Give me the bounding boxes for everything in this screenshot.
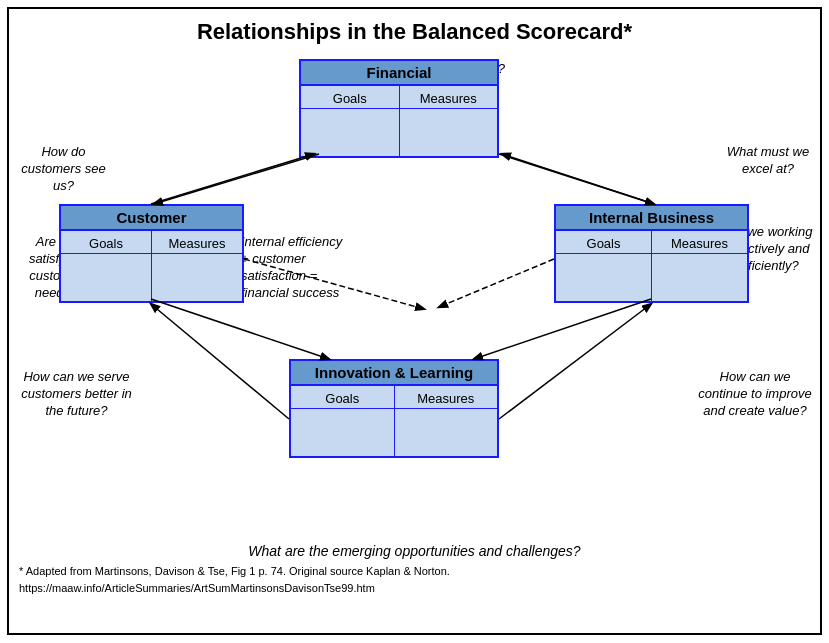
customer-measures-col: Measures <box>152 231 242 301</box>
label-customers-see: How do customers see us? <box>11 144 116 195</box>
main-container: Relationships in the Balanced Scorecard*… <box>7 7 822 635</box>
innovation-goals-col: Goals <box>291 386 395 456</box>
footnote-line1: * Adapted from Martinsons, Davison & Tse… <box>19 563 810 580</box>
svg-line-3 <box>474 299 651 359</box>
customer-goals-col: Goals <box>61 231 152 301</box>
svg-line-2 <box>151 299 329 359</box>
internal-goals-col: Goals <box>556 231 652 301</box>
svg-line-6 <box>151 154 314 204</box>
svg-line-5 <box>499 304 651 419</box>
customer-goals-header: Goals <box>61 234 151 254</box>
label-bottom: What are the emerging opportunities and … <box>9 543 820 559</box>
customer-title: Customer <box>61 206 242 231</box>
innovation-box: Innovation & Learning Goals Measures <box>289 359 499 458</box>
diagram-area: How do we look to shareholders? How do c… <box>9 49 820 539</box>
label-serve: How can we serve customers better in the… <box>14 369 139 420</box>
financial-box: Financial Goals Measures <box>299 59 499 158</box>
internal-title: Internal Business <box>556 206 747 231</box>
svg-line-4 <box>151 304 289 419</box>
label-excel: What must we excel at? <box>718 144 818 178</box>
internal-goals-header: Goals <box>556 234 651 254</box>
internal-measures-header: Measures <box>652 234 747 254</box>
svg-line-1 <box>499 154 654 204</box>
footnote: * Adapted from Martinsons, Davison & Tse… <box>9 559 820 600</box>
footnote-line2: https://maaw.info/ArticleSummaries/ArtSu… <box>19 580 810 597</box>
financial-goals-header: Goals <box>301 89 399 109</box>
page-title: Relationships in the Balanced Scorecard* <box>9 9 820 49</box>
financial-measures-col: Measures <box>400 86 498 156</box>
svg-line-7 <box>502 154 654 204</box>
svg-line-0 <box>154 154 319 204</box>
financial-title: Financial <box>301 61 497 86</box>
internal-measures-col: Measures <box>652 231 747 301</box>
financial-goals-col: Goals <box>301 86 400 156</box>
customer-measures-header: Measures <box>152 234 242 254</box>
svg-line-9 <box>439 259 554 307</box>
customer-box: Customer Goals Measures <box>59 204 244 303</box>
label-center: Internal efficiency + customer satisfact… <box>241 234 426 302</box>
label-continue: How can we continue to improve and creat… <box>695 369 815 420</box>
innovation-measures-col: Measures <box>395 386 498 456</box>
innovation-title: Innovation & Learning <box>291 361 497 386</box>
innovation-measures-header: Measures <box>395 389 498 409</box>
financial-measures-header: Measures <box>400 89 498 109</box>
internal-box: Internal Business Goals Measures <box>554 204 749 303</box>
innovation-goals-header: Goals <box>291 389 394 409</box>
